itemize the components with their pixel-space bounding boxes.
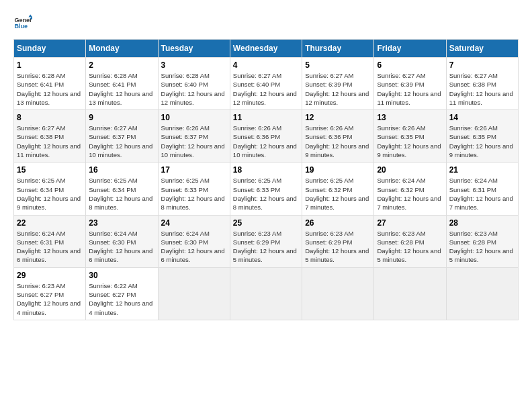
day-info: Sunrise: 6:27 AM Sunset: 6:38 PM Dayligh… (17, 124, 83, 159)
day-info: Sunrise: 6:24 AM Sunset: 6:30 PM Dayligh… (89, 229, 154, 265)
day-header-thursday: Thursday (302, 40, 374, 58)
calendar-cell: 1 Sunrise: 6:28 AM Sunset: 6:41 PM Dayli… (14, 58, 86, 110)
day-number: 17 (161, 165, 227, 175)
day-number: 8 (17, 113, 83, 122)
calendar-cell (446, 267, 518, 320)
calendar-cell: 12 Sunrise: 6:26 AM Sunset: 6:36 PM Dayl… (302, 110, 374, 163)
day-number: 3 (161, 60, 227, 70)
day-info: Sunrise: 6:27 AM Sunset: 6:39 PM Dayligh… (377, 71, 443, 107)
day-info: Sunrise: 6:28 AM Sunset: 6:40 PM Dayligh… (161, 71, 227, 107)
calendar-cell: 22 Sunrise: 6:24 AM Sunset: 6:31 PM Dayl… (14, 215, 86, 267)
day-number: 1 (17, 60, 83, 70)
calendar-table: SundayMondayTuesdayWednesdayThursdayFrid… (13, 39, 519, 320)
day-info: Sunrise: 6:26 AM Sunset: 6:36 PM Dayligh… (233, 124, 299, 159)
day-number: 21 (449, 165, 515, 175)
calendar-cell: 16 Sunrise: 6:25 AM Sunset: 6:34 PM Dayl… (86, 163, 158, 215)
calendar-cell: 14 Sunrise: 6:26 AM Sunset: 6:35 PM Dayl… (446, 110, 518, 163)
day-header-sunday: Sunday (14, 40, 86, 58)
calendar-cell: 15 Sunrise: 6:25 AM Sunset: 6:34 PM Dayl… (14, 163, 86, 215)
day-number: 15 (17, 165, 83, 175)
day-info: Sunrise: 6:26 AM Sunset: 6:35 PM Dayligh… (449, 124, 515, 159)
calendar-cell: 24 Sunrise: 6:24 AM Sunset: 6:30 PM Dayl… (158, 215, 230, 267)
day-number: 20 (377, 165, 443, 175)
day-number: 30 (89, 271, 154, 280)
day-number: 7 (449, 60, 515, 70)
day-info: Sunrise: 6:26 AM Sunset: 6:36 PM Dayligh… (305, 124, 371, 159)
calendar-cell (374, 267, 446, 320)
calendar-cell: 8 Sunrise: 6:27 AM Sunset: 6:38 PM Dayli… (14, 110, 86, 163)
day-number: 11 (233, 113, 299, 122)
svg-text:Blue: Blue (14, 23, 28, 30)
day-header-friday: Friday (374, 40, 446, 58)
calendar-cell: 18 Sunrise: 6:25 AM Sunset: 6:33 PM Dayl… (230, 163, 302, 215)
svg-text:General: General (14, 17, 32, 24)
calendar-cell: 23 Sunrise: 6:24 AM Sunset: 6:30 PM Dayl… (86, 215, 158, 267)
day-number: 5 (305, 60, 371, 70)
day-info: Sunrise: 6:25 AM Sunset: 6:32 PM Dayligh… (305, 176, 371, 212)
day-info: Sunrise: 6:27 AM Sunset: 6:39 PM Dayligh… (305, 71, 371, 107)
day-info: Sunrise: 6:24 AM Sunset: 6:32 PM Dayligh… (377, 176, 443, 212)
day-info: Sunrise: 6:24 AM Sunset: 6:31 PM Dayligh… (449, 176, 515, 212)
day-number: 22 (17, 218, 83, 228)
day-info: Sunrise: 6:23 AM Sunset: 6:28 PM Dayligh… (449, 229, 515, 265)
calendar-cell (302, 267, 374, 320)
day-header-wednesday: Wednesday (230, 40, 302, 58)
day-number: 25 (233, 218, 299, 228)
calendar-cell: 13 Sunrise: 6:26 AM Sunset: 6:35 PM Dayl… (374, 110, 446, 163)
day-info: Sunrise: 6:27 AM Sunset: 6:40 PM Dayligh… (233, 71, 299, 107)
calendar-cell: 27 Sunrise: 6:23 AM Sunset: 6:28 PM Dayl… (374, 215, 446, 267)
calendar-cell: 19 Sunrise: 6:25 AM Sunset: 6:32 PM Dayl… (302, 163, 374, 215)
calendar-cell: 2 Sunrise: 6:28 AM Sunset: 6:41 PM Dayli… (86, 58, 158, 110)
calendar-cell: 3 Sunrise: 6:28 AM Sunset: 6:40 PM Dayli… (158, 58, 230, 110)
day-header-monday: Monday (86, 40, 158, 58)
calendar-cell: 21 Sunrise: 6:24 AM Sunset: 6:31 PM Dayl… (446, 163, 518, 215)
day-number: 13 (377, 113, 443, 122)
day-number: 26 (305, 218, 371, 228)
day-number: 6 (377, 60, 443, 70)
calendar-cell: 10 Sunrise: 6:26 AM Sunset: 6:37 PM Dayl… (158, 110, 230, 163)
day-number: 27 (377, 218, 443, 228)
calendar-cell: 17 Sunrise: 6:25 AM Sunset: 6:33 PM Dayl… (158, 163, 230, 215)
calendar-cell: 4 Sunrise: 6:27 AM Sunset: 6:40 PM Dayli… (230, 58, 302, 110)
day-number: 23 (89, 218, 154, 228)
day-info: Sunrise: 6:28 AM Sunset: 6:41 PM Dayligh… (89, 71, 154, 107)
day-info: Sunrise: 6:24 AM Sunset: 6:30 PM Dayligh… (161, 229, 227, 265)
day-number: 29 (17, 271, 83, 280)
calendar-cell: 28 Sunrise: 6:23 AM Sunset: 6:28 PM Dayl… (446, 215, 518, 267)
svg-marker-2 (28, 14, 32, 17)
day-info: Sunrise: 6:25 AM Sunset: 6:33 PM Dayligh… (233, 176, 299, 212)
day-number: 4 (233, 60, 299, 70)
day-info: Sunrise: 6:23 AM Sunset: 6:29 PM Dayligh… (305, 229, 371, 265)
calendar-cell (158, 267, 230, 320)
day-number: 24 (161, 218, 227, 228)
calendar-cell (230, 267, 302, 320)
day-info: Sunrise: 6:26 AM Sunset: 6:37 PM Dayligh… (161, 124, 227, 159)
logo: General Blue (13, 13, 35, 32)
day-info: Sunrise: 6:28 AM Sunset: 6:41 PM Dayligh… (17, 71, 83, 107)
day-number: 12 (305, 113, 371, 122)
day-info: Sunrise: 6:23 AM Sunset: 6:27 PM Dayligh… (17, 281, 83, 317)
day-header-tuesday: Tuesday (158, 40, 230, 58)
day-info: Sunrise: 6:26 AM Sunset: 6:35 PM Dayligh… (377, 124, 443, 159)
day-info: Sunrise: 6:25 AM Sunset: 6:33 PM Dayligh… (161, 176, 227, 212)
day-number: 2 (89, 60, 154, 70)
day-info: Sunrise: 6:23 AM Sunset: 6:29 PM Dayligh… (233, 229, 299, 265)
calendar-cell: 29 Sunrise: 6:23 AM Sunset: 6:27 PM Dayl… (14, 267, 86, 320)
calendar-cell: 11 Sunrise: 6:26 AM Sunset: 6:36 PM Dayl… (230, 110, 302, 163)
day-info: Sunrise: 6:25 AM Sunset: 6:34 PM Dayligh… (89, 176, 154, 212)
calendar-cell: 30 Sunrise: 6:22 AM Sunset: 6:27 PM Dayl… (86, 267, 158, 320)
calendar-cell: 9 Sunrise: 6:27 AM Sunset: 6:37 PM Dayli… (86, 110, 158, 163)
calendar-cell: 7 Sunrise: 6:27 AM Sunset: 6:38 PM Dayli… (446, 58, 518, 110)
day-number: 28 (449, 218, 515, 228)
calendar-cell: 6 Sunrise: 6:27 AM Sunset: 6:39 PM Dayli… (374, 58, 446, 110)
day-number: 9 (89, 113, 154, 122)
day-number: 14 (449, 113, 515, 122)
calendar-cell: 26 Sunrise: 6:23 AM Sunset: 6:29 PM Dayl… (302, 215, 374, 267)
day-info: Sunrise: 6:24 AM Sunset: 6:31 PM Dayligh… (17, 229, 83, 265)
day-info: Sunrise: 6:25 AM Sunset: 6:34 PM Dayligh… (17, 176, 83, 212)
day-number: 10 (161, 113, 227, 122)
day-info: Sunrise: 6:27 AM Sunset: 6:38 PM Dayligh… (449, 71, 515, 107)
day-info: Sunrise: 6:27 AM Sunset: 6:37 PM Dayligh… (89, 124, 154, 159)
day-number: 16 (89, 165, 154, 175)
calendar-cell: 5 Sunrise: 6:27 AM Sunset: 6:39 PM Dayli… (302, 58, 374, 110)
